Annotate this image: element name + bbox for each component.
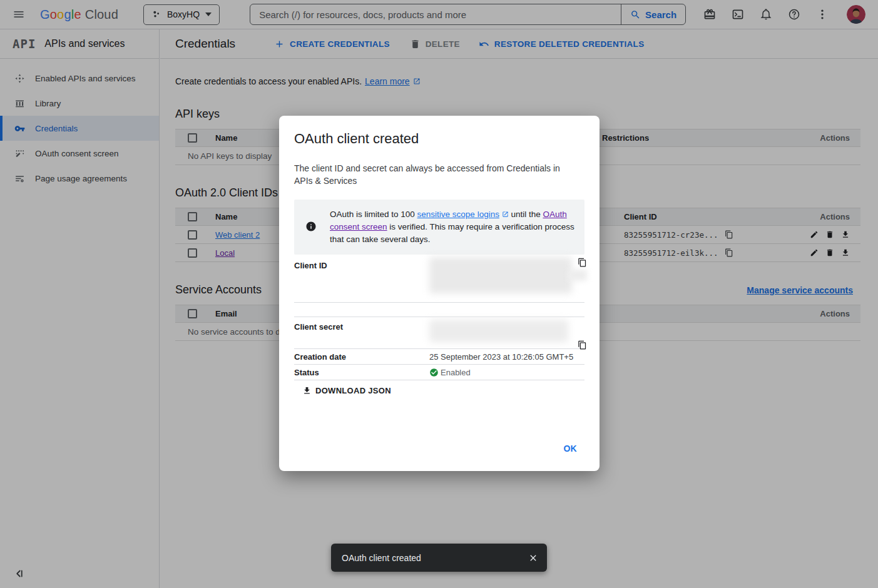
client-id-label: Client ID <box>294 261 429 270</box>
creation-date-row: Creation date 25 September 2023 at 10:26… <box>294 349 584 364</box>
redacted-client-id-tail <box>568 270 587 281</box>
toast-message: OAuth client created <box>342 553 528 563</box>
status-row: Status Enabled <box>294 365 584 380</box>
status-value: Enabled <box>441 368 471 377</box>
close-icon[interactable] <box>528 553 538 563</box>
dialog-description: The client ID and secret can always be a… <box>294 162 569 187</box>
client-secret-row: Client secret <box>294 317 584 348</box>
client-secret-label: Client secret <box>294 322 429 332</box>
creation-date-value: 25 September 2023 at 10:26:05 GMT+5 <box>429 352 573 362</box>
redacted-client-secret <box>429 320 568 342</box>
copy-icon[interactable] <box>578 258 587 267</box>
toast-snackbar: OAuth client created <box>331 544 547 572</box>
creation-date-label: Creation date <box>294 352 429 362</box>
sensitive-scope-logins-link[interactable]: sensitive scope logins <box>417 210 499 219</box>
redacted-client-id <box>429 257 572 293</box>
download-json-button[interactable]: DOWNLOAD JSON <box>302 386 391 395</box>
client-id-row: Client ID <box>294 261 584 302</box>
download-icon <box>302 386 312 395</box>
external-link-icon <box>502 211 509 218</box>
google-cloud-console: Google Cloud BoxyHQ Search <box>0 0 878 588</box>
oauth-limit-notice: OAuth is limited to 100 sensitive scope … <box>294 200 584 255</box>
copy-icon[interactable] <box>578 340 587 350</box>
dialog-title: OAuth client created <box>294 131 584 147</box>
notice-text: OAuth is limited to 100 sensitive scope … <box>330 208 576 246</box>
ok-button[interactable]: OK <box>556 438 584 459</box>
client-secret-value-redacted <box>429 322 584 342</box>
check-circle-icon <box>429 368 439 377</box>
oauth-client-created-dialog: OAuth client created The client ID and s… <box>279 116 600 471</box>
divider <box>294 380 584 380</box>
status-label: Status <box>294 368 429 377</box>
info-icon <box>305 221 317 232</box>
